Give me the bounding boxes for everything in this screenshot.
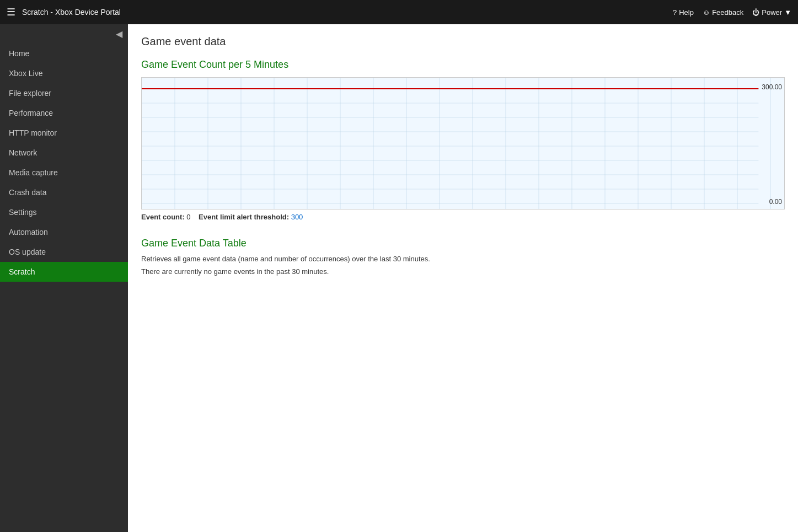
sidebar-item-crash-data[interactable]: Crash data xyxy=(0,182,128,202)
table-description: Retrieves all game event data (name and … xyxy=(141,255,785,263)
threshold-value: 300 xyxy=(291,213,303,221)
sidebar-item-media-capture[interactable]: Media capture xyxy=(0,163,128,182)
feedback-icon: ☺ xyxy=(703,8,710,17)
help-label: Help xyxy=(679,8,694,17)
chart-container: 300.00 0.00 xyxy=(141,77,785,209)
sidebar-item-scratch[interactable]: Scratch xyxy=(0,262,128,282)
power-label: Power xyxy=(762,8,782,17)
table-empty-message: There are currently no game events in th… xyxy=(141,267,785,276)
table-section-title: Game Event Data Table xyxy=(141,238,785,249)
main-content: Game event data Game Event Count per 5 M… xyxy=(128,24,798,532)
header-actions: ? Help ☺ Feedback ⏻ Power ▼ xyxy=(673,8,791,17)
power-icon: ⏻ xyxy=(752,8,759,17)
page-title: Game event data xyxy=(141,35,785,48)
chart-y-max-label: 300.00 xyxy=(762,83,782,91)
sidebar-item-settings[interactable]: Settings xyxy=(0,202,128,222)
menu-icon[interactable]: ☰ xyxy=(7,6,15,18)
power-dropdown-icon: ▼ xyxy=(784,8,791,17)
sidebar-item-automation[interactable]: Automation xyxy=(0,222,128,242)
app-title: Scratch - Xbox Device Portal xyxy=(22,8,673,17)
sidebar-item-performance[interactable]: Performance xyxy=(0,103,128,123)
event-count-number: 0 xyxy=(186,213,190,221)
chart-grid-svg xyxy=(142,78,784,209)
sidebar-item-network[interactable]: Network xyxy=(0,143,128,163)
help-icon: ? xyxy=(673,8,677,17)
header: ☰ Scratch - Xbox Device Portal ? Help ☺ … xyxy=(0,0,798,24)
help-button[interactable]: ? Help xyxy=(673,8,694,17)
chart-title: Game Event Count per 5 Minutes xyxy=(141,59,785,71)
sidebar-item-http-monitor[interactable]: HTTP monitor xyxy=(0,123,128,143)
sidebar-collapse-button[interactable]: ◀ xyxy=(110,24,128,44)
sidebar-item-os-update[interactable]: OS update xyxy=(0,242,128,262)
power-button[interactable]: ⏻ Power ▼ xyxy=(752,8,791,17)
main-layout: ◀ Home Xbox Live File explorer Performan… xyxy=(0,24,798,532)
chart-y-min-label: 0.00 xyxy=(769,198,782,206)
event-count-label: Event count: xyxy=(141,213,185,221)
threshold-label: Event limit alert threshold: xyxy=(199,213,289,221)
table-section: Game Event Data Table Retrieves all game… xyxy=(141,238,785,276)
chart-info: Event count: 0 Event limit alert thresho… xyxy=(141,213,785,221)
sidebar-item-home[interactable]: Home xyxy=(0,44,128,63)
chart-section: Game Event Count per 5 Minutes xyxy=(141,59,785,221)
feedback-label: Feedback xyxy=(712,8,743,17)
sidebar-item-file-explorer[interactable]: File explorer xyxy=(0,83,128,103)
sidebar-item-xbox-live[interactable]: Xbox Live xyxy=(0,63,128,83)
feedback-button[interactable]: ☺ Feedback xyxy=(703,8,743,17)
sidebar: ◀ Home Xbox Live File explorer Performan… xyxy=(0,24,128,532)
